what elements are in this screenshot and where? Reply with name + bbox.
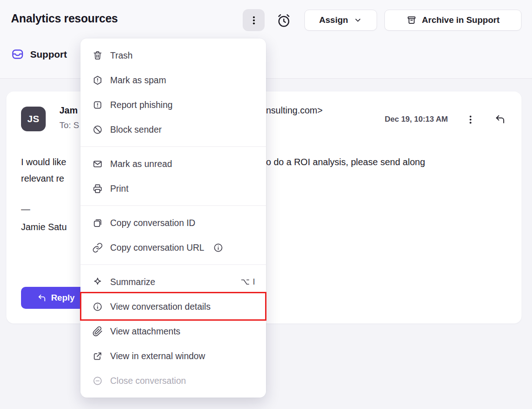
assign-button[interactable]: Assign <box>304 10 377 31</box>
page-title: Analytics resources <box>11 12 118 25</box>
menu-item-close-conversation: Close conversation <box>80 368 266 393</box>
avatar: JS <box>21 107 46 131</box>
reply-arrow-icon <box>37 293 47 303</box>
message-body-line1-left: I would like <box>21 157 66 167</box>
menu-item-trash[interactable]: Trash <box>80 43 266 68</box>
archive-box-icon <box>406 15 417 26</box>
envelope-icon <box>92 159 103 169</box>
sparkle-icon <box>92 277 103 287</box>
square-alert-icon <box>92 100 103 110</box>
conversation-view: Analytics resources Assign Archive in Su… <box>0 0 532 409</box>
message-more-actions-button[interactable] <box>462 111 479 128</box>
reply-button-label: Reply <box>51 293 75 303</box>
spam-hexagon-alert-icon <box>92 75 103 86</box>
inbox-breadcrumb[interactable]: Support <box>11 48 67 61</box>
kebab-menu-icon <box>249 15 259 26</box>
recipient-line: To: S <box>59 120 79 130</box>
message-body-line1-right: o do a ROI analysis, please send along <box>266 157 425 167</box>
message-body-line2: relevant re <box>21 173 64 184</box>
menu-section-destructive: Trash Mark as spam Report phishing Block… <box>80 38 266 146</box>
context-menu: Trash Mark as spam Report phishing Block… <box>80 38 266 398</box>
menu-item-mark-as-spam[interactable]: Mark as spam <box>80 68 266 92</box>
paperclip-icon <box>92 326 103 337</box>
signature-name: Jamie Satu <box>21 222 67 232</box>
sender-email-fragment: nsulting.com> <box>266 105 323 116</box>
message-timestamp: Dec 19, 10:13 AM <box>385 115 448 124</box>
keyboard-shortcut: I <box>241 277 255 287</box>
menu-item-mark-as-unread[interactable]: Mark as unread <box>80 151 266 176</box>
menu-section-message: Mark as unread Print <box>80 146 266 205</box>
snooze-button[interactable] <box>274 11 294 31</box>
sender-name: Jam <box>59 105 78 116</box>
trash-icon <box>92 50 103 61</box>
menu-item-block-sender[interactable]: Block sender <box>80 117 266 142</box>
menu-item-print[interactable]: Print <box>80 176 266 201</box>
copy-icon <box>92 218 103 228</box>
inbox-tray-icon <box>11 48 24 61</box>
conversation-more-actions-button[interactable] <box>243 9 265 31</box>
menu-item-view-attachments[interactable]: View attachments <box>80 319 266 344</box>
option-key-icon <box>241 279 250 285</box>
menu-item-copy-conversation-id[interactable]: Copy conversation ID <box>80 210 266 235</box>
menu-item-report-phishing[interactable]: Report phishing <box>80 92 266 117</box>
reply-arrow-icon <box>494 113 506 125</box>
info-icon <box>213 242 223 253</box>
link-icon <box>92 242 103 253</box>
menu-item-view-conversation-details[interactable]: View conversation details <box>80 294 266 319</box>
menu-section-copy: Copy conversation ID Copy conversation U… <box>80 205 266 264</box>
menu-item-copy-conversation-url[interactable]: Copy conversation URL <box>80 235 266 260</box>
ban-icon <box>92 124 103 135</box>
inbox-label: Support <box>30 49 67 60</box>
signature-divider: — <box>21 204 30 215</box>
archive-button[interactable]: Archive in Support <box>384 10 521 31</box>
kebab-menu-icon <box>465 114 476 125</box>
message-reply-button[interactable] <box>493 112 507 127</box>
external-link-icon <box>92 351 103 361</box>
conversation-header: Analytics resources Assign Archive in Su… <box>0 0 532 79</box>
printer-icon <box>92 183 103 194</box>
menu-section-view: Summarize I View conversation details Vi… <box>80 264 266 398</box>
minus-circle-icon <box>92 376 103 386</box>
menu-item-view-in-external-window[interactable]: View in external window <box>80 344 266 368</box>
alarm-clock-icon <box>276 13 292 28</box>
assign-button-label: Assign <box>319 15 348 25</box>
menu-item-summarize[interactable]: Summarize I <box>80 269 266 294</box>
info-icon <box>92 301 103 312</box>
archive-button-label: Archive in Support <box>422 15 500 25</box>
chevron-down-icon <box>353 16 362 25</box>
